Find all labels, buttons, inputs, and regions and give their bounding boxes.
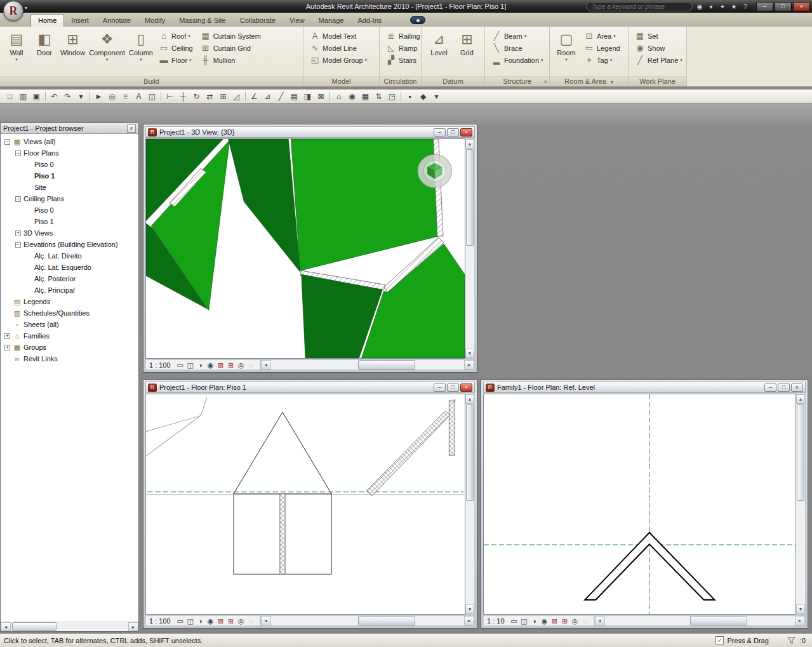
ribbon-button[interactable]: ≔ Legend [582, 42, 623, 54]
ribbon-button[interactable]: ⊞ Window [58, 29, 87, 62]
scroll-down-icon[interactable]: ▼ [465, 604, 474, 614]
ribbon-tab[interactable]: Modify [138, 15, 172, 27]
help-icon[interactable]: ? [740, 2, 750, 11]
zoom-icon[interactable]: ◎ [105, 90, 119, 102]
tree-item[interactable]: − Floor Plans [1, 147, 138, 159]
minimize-button[interactable]: – [434, 384, 446, 392]
model-graphics-style-icon[interactable]: ◑ [529, 617, 540, 625]
shadows-icon[interactable]: ◉ [540, 617, 550, 625]
window-titlebar[interactable]: R Project1 - Floor Plan: Piso 1 – □ × [145, 382, 475, 393]
tree-expander[interactable]: − [4, 139, 10, 145]
tile-windows-icon[interactable]: ◳ [385, 90, 399, 102]
measure-icon[interactable]: ∠ [248, 90, 261, 102]
ribbon-button[interactable]: ▦ Curtain System [198, 30, 263, 42]
panel-label-work-plane[interactable]: Work Plane [629, 76, 686, 86]
tree-item[interactable]: Piso 1 [1, 216, 138, 227]
search-options-dropdown[interactable]: ▾ [706, 2, 716, 11]
ribbon-tab[interactable]: Annotate [96, 15, 138, 27]
cascade-windows-icon[interactable]: ⇅ [372, 90, 385, 102]
ribbon-button[interactable]: ▤ Wall ▾ [3, 29, 30, 62]
panel-label-room-area[interactable]: Room & Area ▾ [550, 76, 628, 86]
ribbon-button[interactable]: ▬ Floor ▾ [156, 54, 196, 66]
modify-select-button[interactable]: ► [92, 90, 105, 102]
tree-expander[interactable]: − [15, 150, 21, 156]
tree-expander[interactable]: + [4, 333, 10, 339]
panel-label-build[interactable]: Build [0, 76, 303, 86]
vertical-scrollbar[interactable]: ▲ ▼ [796, 394, 806, 615]
window-titlebar[interactable]: R Project1 - 3D View: {3D} – □ × [145, 126, 475, 138]
show-crop-region-icon[interactable]: ⊞ [560, 617, 570, 625]
panel-label-circulation[interactable]: Circulation [380, 76, 421, 86]
tree-item[interactable]: Piso 0 [1, 159, 138, 170]
model-graphics-style-icon[interactable]: ◑ [196, 617, 206, 625]
ribbon-tab[interactable]: View [283, 15, 312, 27]
text-icon[interactable]: A [132, 90, 145, 102]
detail-line-icon[interactable]: ╱ [274, 90, 288, 102]
minimize-button[interactable]: – [764, 384, 776, 392]
ribbon-button[interactable]: ⌂ Roof ▾ [156, 30, 196, 42]
tree-item[interactable]: Alç. Principal [1, 284, 138, 296]
save-icon[interactable]: ▣ [30, 90, 43, 102]
tree-item[interactable]: ▥ Schedules/Quantities [1, 307, 138, 319]
shadows-icon[interactable]: ◉ [206, 617, 216, 625]
close-button[interactable]: × [460, 128, 472, 137]
thin-lines-icon[interactable]: ≡ [119, 90, 132, 102]
view-scale-button[interactable]: 1 : 100 [149, 617, 171, 625]
ribbon-button[interactable]: ∿ Model Line [307, 42, 369, 54]
horizontal-scrollbar[interactable]: ◄ ► [594, 615, 806, 626]
ribbon-button[interactable]: ⊡ Area ▾ [582, 30, 623, 42]
scrollbar-thumb[interactable] [466, 404, 474, 501]
array-icon[interactable]: ⊞ [216, 90, 230, 102]
panel-label-datum[interactable]: Datum [422, 76, 484, 86]
ribbon-button[interactable]: ◧ Door [30, 29, 58, 62]
project-browser-titlebar[interactable]: Project1 - Project browser × [1, 123, 138, 134]
minimize-button[interactable]: – [756, 2, 773, 11]
restore-button[interactable]: □ [447, 128, 459, 137]
window-titlebar[interactable]: R Family1 - Floor Plan: Ref. Level – □ × [483, 382, 806, 393]
tree-item[interactable]: ∞ Revit Links [1, 353, 138, 364]
scroll-up-icon[interactable]: ▲ [465, 139, 474, 149]
tree-expander[interactable]: + [4, 345, 10, 350]
delete-icon[interactable]: ⊠ [314, 90, 328, 102]
view-scale-button[interactable]: 1 : 100 [149, 361, 171, 369]
tree-item[interactable]: Site [1, 182, 138, 193]
drawing-area-family[interactable] [483, 394, 796, 615]
scrollbar-thumb[interactable] [358, 616, 415, 625]
ribbon-button[interactable]: ⌖ Tag ▾ [582, 54, 623, 66]
ribbon-button[interactable]: ▂ Foundation ▾ [489, 54, 546, 66]
split-face-icon[interactable]: ◨ [301, 90, 314, 102]
tree-item[interactable]: + ⌂ Families [1, 330, 138, 342]
scrollbar-thumb[interactable] [797, 404, 804, 501]
show-crop-region-icon[interactable]: ⊞ [226, 617, 236, 625]
project-browser-close-button[interactable]: × [127, 124, 136, 133]
move-icon[interactable]: ┼ [176, 90, 190, 102]
ribbon-button[interactable]: ▢ Room ▾ [552, 29, 580, 62]
vertical-scrollbar[interactable]: ▲ ▼ [465, 138, 475, 359]
open-icon[interactable]: ▥ [17, 90, 30, 102]
tree-item[interactable]: − Ceiling Plans [1, 193, 138, 204]
detail-level-icon[interactable]: ◫ [519, 617, 529, 625]
ribbon-button[interactable]: ▭ Ceiling [156, 42, 196, 54]
infocenter-search-input[interactable] [586, 2, 693, 11]
tape-measure-icon[interactable]: ⊿ [261, 90, 274, 102]
default-3d-view-icon[interactable]: ⌂ [332, 90, 345, 102]
temporary-hide-isolate-icon[interactable]: ◎ [570, 617, 580, 625]
scroll-left-icon[interactable]: ◄ [1, 622, 11, 631]
temporary-hide-isolate-icon[interactable]: ◎ [236, 361, 246, 370]
model-graphics-style-icon[interactable]: ◑ [196, 361, 206, 370]
ribbon-button[interactable]: ╫ Mullion [198, 54, 263, 66]
undo-history-dropdown[interactable]: ▾ [74, 90, 88, 102]
tree-item[interactable]: Piso 0 [1, 204, 138, 216]
restore-button[interactable]: □ [447, 384, 459, 392]
press-drag-checkbox[interactable]: ✓ [715, 636, 724, 644]
undo-button[interactable]: ↶ [48, 90, 61, 102]
favorites-icon[interactable]: ★ [729, 2, 739, 11]
reveal-hidden-elements-icon[interactable]: ◌ [580, 617, 590, 625]
scrollbar-thumb[interactable] [466, 149, 474, 246]
crop-region-icon[interactable]: ⊠ [550, 617, 560, 625]
scroll-left-icon[interactable]: ◄ [261, 360, 271, 370]
ribbon-button[interactable]: ⊿ Level [425, 29, 453, 57]
design-options-icon[interactable]: ◆ [416, 90, 430, 102]
maximize-button[interactable]: □ [775, 2, 792, 11]
ribbon-button[interactable]: ╱ Ref Plane ▾ [632, 54, 685, 66]
